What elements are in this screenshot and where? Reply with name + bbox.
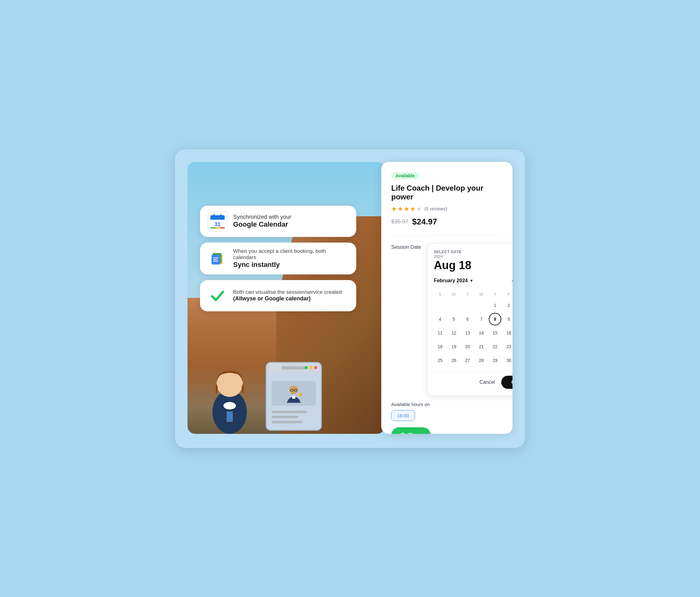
day-12[interactable]: 12 — [448, 327, 460, 339]
card-text-main-2: Sync instantly — [233, 261, 349, 269]
hour-chip-16[interactable]: 16:00 — [391, 410, 415, 421]
month-label-text: February 2024 — [434, 278, 468, 283]
content-line-1 — [272, 411, 307, 413]
svg-point-25 — [223, 402, 236, 409]
select-date-section: SELECT DATE 2024 Aug 18 — [434, 250, 471, 272]
day-19[interactable]: 19 — [448, 340, 460, 353]
feature-card-sync: When you accept a client booking, both c… — [200, 243, 356, 274]
dot-red — [314, 366, 317, 369]
feature-card-google-calendar: 31 Synchronized with your — [200, 206, 356, 237]
day-15[interactable]: 15 — [489, 327, 501, 339]
day-7[interactable]: 7 — [475, 313, 488, 325]
star-4: ★ — [410, 205, 416, 213]
day-14[interactable]: 14 — [475, 327, 488, 339]
laptop-content: 👍 — [267, 381, 321, 423]
select-year: 2024 — [434, 254, 471, 259]
day-13[interactable]: 13 — [461, 327, 474, 339]
day-empty-4 — [475, 299, 488, 312]
day-8-today[interactable]: 8 — [489, 313, 501, 325]
calendar-header: SELECT DATE 2024 Aug 18 ✏ — [434, 250, 512, 272]
card-text-visualise: Both can visualise the session/service c… — [233, 289, 342, 302]
svg-rect-27 — [227, 411, 233, 422]
day-26[interactable]: 26 — [448, 354, 460, 367]
reviews-text: (5 reviews) — [424, 206, 447, 211]
day-header-m: M — [448, 291, 460, 298]
calendar-footer: Cancel OK — [434, 372, 512, 389]
day-4[interactable]: 4 — [434, 313, 446, 325]
window-dots — [305, 366, 317, 369]
dot-green — [305, 366, 308, 369]
card-text-sub-2: When you accept a client booking, both c… — [233, 248, 349, 261]
svg-rect-13 — [210, 227, 215, 228]
day-11[interactable]: 11 — [434, 327, 446, 339]
day-29[interactable]: 29 — [489, 354, 501, 367]
svg-rect-8 — [220, 214, 222, 218]
share-button[interactable]: ⬡ Share — [391, 427, 431, 434]
session-date-label: Session Date — [391, 243, 421, 250]
laptop-header-bar — [267, 363, 321, 373]
share-icon: ⬡ — [400, 432, 405, 434]
day-1[interactable]: 1 — [489, 299, 501, 312]
svg-text:31: 31 — [215, 221, 221, 227]
star-2: ★ — [398, 205, 403, 213]
day-header-s1: S — [434, 291, 446, 298]
left-side: 31 Synchronized with your — [188, 162, 384, 434]
check-svg — [209, 287, 226, 304]
day-16[interactable]: 16 — [502, 327, 512, 339]
card-text-sync: When you accept a client booking, both c… — [233, 248, 349, 269]
main-layout: 31 Synchronized with your — [188, 162, 512, 434]
card-text-main-3: (Allwyse or Google calendar) — [233, 295, 342, 302]
service-title: Life Coach | Develop your power — [391, 184, 502, 201]
cancel-button[interactable]: Cancel — [479, 379, 495, 385]
day-21[interactable]: 21 — [475, 340, 488, 353]
svg-rect-30 — [292, 396, 296, 399]
available-badge: Available — [391, 172, 419, 179]
day-25[interactable]: 25 — [434, 354, 446, 367]
month-nav: February 2024 ▼ ‹ › — [434, 276, 512, 286]
day-30[interactable]: 30 — [502, 354, 512, 367]
card-text-google-calendar: Synchronized with your Google Calendar — [233, 214, 291, 228]
session-date-row: Session Date SELECT DATE 2024 Aug 18 ✏ — [391, 243, 502, 395]
google-docs-icon — [207, 248, 227, 269]
available-hours-label: Available hours on — [391, 402, 502, 407]
day-28[interactable]: 28 — [475, 354, 488, 367]
price-row: $35.97 $24.97 — [391, 217, 502, 227]
feature-cards: 31 Synchronized with your — [200, 206, 356, 311]
select-date-label: SELECT DATE — [434, 250, 471, 254]
card-text-main-1: Google Calendar — [233, 220, 291, 228]
day-empty-3 — [461, 299, 474, 312]
right-side: Available Life Coach | Develop your powe… — [381, 162, 512, 434]
day-23[interactable]: 23 — [502, 340, 512, 353]
day-6[interactable]: 6 — [461, 313, 474, 325]
laptop-card: 👍 — [266, 362, 322, 431]
day-5[interactable]: 5 — [448, 313, 460, 325]
month-nav-group: ‹ › — [507, 276, 512, 286]
day-header-t1: T — [461, 291, 474, 298]
chevron-down-icon: ▼ — [470, 278, 473, 283]
day-9[interactable]: 9 — [502, 313, 512, 325]
ok-button[interactable]: OK — [501, 376, 512, 389]
day-header-w: W — [475, 291, 488, 298]
divider — [391, 235, 502, 236]
feature-card-visualise: Both can visualise the session/service c… — [200, 280, 356, 311]
calendar-grid: S M T W T F S 1 2 3 — [434, 291, 512, 367]
hours-row: 16:00 — [391, 410, 502, 421]
checkmark-icon — [207, 286, 227, 306]
svg-rect-16 — [223, 227, 225, 228]
day-18[interactable]: 18 — [434, 340, 446, 353]
svg-rect-21 — [213, 259, 218, 260]
svg-text:👍: 👍 — [298, 392, 303, 397]
card-text-top-1: Synchronized with your — [233, 214, 291, 220]
day-empty-1 — [434, 299, 446, 312]
person-figure — [200, 349, 259, 434]
day-22[interactable]: 22 — [489, 340, 501, 353]
month-label[interactable]: February 2024 ▼ — [434, 278, 473, 283]
laptop-person-image: 👍 — [272, 381, 316, 406]
day-27[interactable]: 27 — [461, 354, 474, 367]
star-1: ★ — [391, 205, 397, 213]
day-20[interactable]: 20 — [461, 340, 474, 353]
share-label: Share — [408, 432, 422, 434]
day-2[interactable]: 2 — [502, 299, 512, 312]
price-original: $35.97 — [391, 219, 408, 225]
prev-month-button[interactable]: ‹ — [507, 276, 512, 286]
